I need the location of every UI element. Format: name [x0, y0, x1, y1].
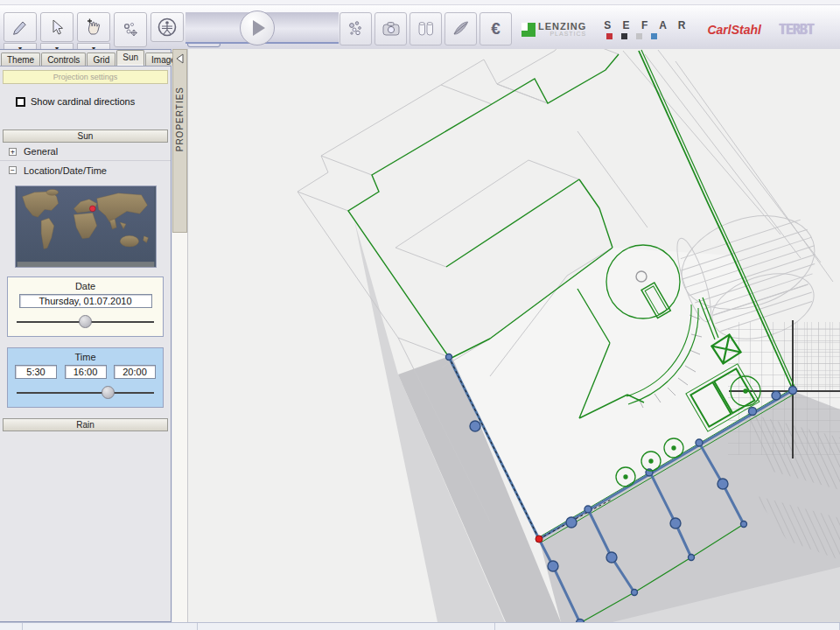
- location-marker-icon[interactable]: [89, 206, 95, 212]
- lenzing-text: LENZING: [538, 22, 586, 31]
- spools-icon: [416, 18, 437, 39]
- properties-tab-label: PROPERTIES: [175, 87, 185, 151]
- projection-settings-button[interactable]: Projection settings: [3, 70, 168, 84]
- camera-icon: [381, 18, 402, 39]
- main-toolbar: ▾ ▾ ▾: [0, 5, 840, 49]
- date-label: Date: [13, 281, 158, 291]
- status-segment: [198, 623, 495, 630]
- grab-tool-button[interactable]: ▾: [77, 12, 110, 42]
- status-bar: [0, 622, 840, 630]
- tab-theme[interactable]: Theme: [1, 52, 40, 66]
- play-bar: [186, 12, 339, 44]
- selected-node-red[interactable]: [536, 536, 542, 542]
- lenzing-mark-icon: [522, 23, 536, 37]
- expand-plus-icon[interactable]: +: [9, 148, 17, 156]
- world-map-location-picker[interactable]: [15, 186, 157, 268]
- vitruvian-man-icon: [157, 17, 178, 38]
- euro-icon: €: [491, 19, 500, 38]
- location-label: Location/Date/Time: [24, 165, 107, 176]
- show-cardinal-checkbox[interactable]: [16, 97, 25, 107]
- canvas-drawing[interactable]: [188, 49, 840, 622]
- play-icon: [253, 20, 265, 36]
- move-objects-button[interactable]: [114, 12, 147, 47]
- date-field[interactable]: Thursday, 01.07.2010: [19, 294, 152, 308]
- feather-button[interactable]: [444, 12, 477, 46]
- time-slider-track: [17, 392, 154, 394]
- date-panel: Date Thursday, 01.07.2010: [7, 276, 164, 337]
- general-expander[interactable]: + General: [0, 143, 171, 161]
- time-label: Time: [13, 352, 158, 362]
- materials-button[interactable]: [340, 12, 372, 46]
- status-segment: [495, 623, 840, 630]
- show-cardinal-label: Show cardinal directions: [31, 96, 135, 107]
- tab-grid[interactable]: Grid: [87, 52, 116, 66]
- pencil-icon: [10, 18, 30, 37]
- lenzing-logo: LENZING PLASTICS: [522, 22, 586, 38]
- time-start-field[interactable]: 5:30: [15, 365, 57, 379]
- time-slider-thumb[interactable]: [102, 386, 115, 399]
- draw-tool-button[interactable]: ▾: [4, 12, 37, 42]
- tab-controls[interactable]: Controls: [41, 52, 86, 66]
- sefar-logo: S E F A R: [604, 19, 690, 39]
- toolbar-right-group: €: [340, 12, 512, 46]
- map-antarctica: [17, 262, 154, 267]
- lenzing-subtext: PLASTICS: [538, 31, 586, 38]
- hand-plus-icon: [84, 18, 103, 37]
- human-model-button[interactable]: [150, 12, 184, 42]
- properties-strip: PROPERTIES: [172, 49, 188, 622]
- carlstahl-logo: CarlStahl: [707, 23, 760, 37]
- tab-sun[interactable]: Sun: [116, 50, 144, 66]
- general-label: General: [24, 146, 58, 157]
- play-button[interactable]: [240, 10, 275, 46]
- sidebar-tabbar: Theme Controls Grid Sun Images: [0, 50, 171, 66]
- textiles-button[interactable]: [410, 12, 442, 46]
- time-slider[interactable]: [17, 386, 154, 400]
- time-panel: Time 5:30 16:00 20:00: [7, 347, 164, 408]
- cost-button[interactable]: €: [480, 12, 512, 46]
- molecule-icon: [346, 19, 366, 38]
- sefar-squares-icon: [606, 33, 690, 39]
- sponsor-logos: LENZING PLASTICS S E F A R CarlStahl TER…: [522, 19, 814, 39]
- collapse-minus-icon[interactable]: −: [9, 166, 17, 174]
- select-tool-button[interactable]: ▾: [40, 12, 74, 42]
- snapshot-button[interactable]: [374, 12, 407, 46]
- status-segment: [23, 623, 198, 630]
- sun-section-header[interactable]: Sun: [3, 130, 168, 143]
- date-slider[interactable]: [17, 315, 154, 329]
- rain-section-header[interactable]: Rain: [3, 418, 168, 431]
- settings-sidebar: Theme Controls Grid Sun Images Projectio…: [0, 49, 172, 622]
- cardinal-directions-row: Show cardinal directions: [16, 96, 171, 107]
- cursor-icon: [47, 18, 66, 37]
- collapse-left-icon[interactable]: [175, 53, 185, 64]
- move-gears-icon: [121, 20, 140, 39]
- date-slider-thumb[interactable]: [79, 315, 92, 328]
- sefar-text: S E F A R: [604, 19, 690, 32]
- time-end-field[interactable]: 20:00: [114, 365, 156, 379]
- location-expander[interactable]: − Location/Date/Time: [0, 161, 171, 179]
- properties-tab[interactable]: PROPERTIES: [172, 49, 187, 233]
- time-current-field[interactable]: 16:00: [65, 365, 107, 379]
- status-segment: [0, 623, 23, 630]
- outline-logo: TERBT: [779, 22, 814, 38]
- viewport-3d[interactable]: [188, 49, 840, 622]
- feather-icon: [451, 18, 472, 39]
